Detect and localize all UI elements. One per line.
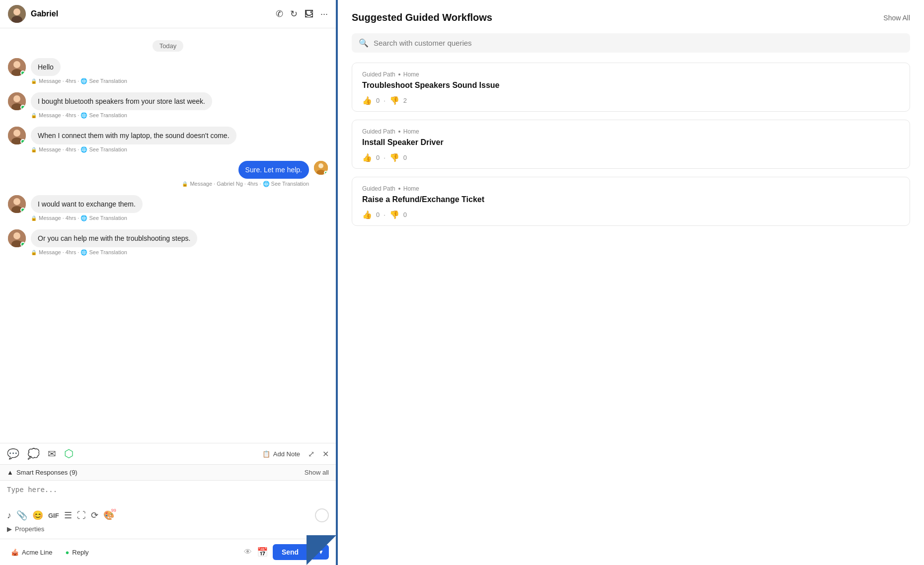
close-button[interactable]: ✕	[322, 449, 329, 459]
message-bubble: Sure. Let me help.	[238, 161, 309, 179]
add-note-button[interactable]: 📋 Add Note	[262, 450, 300, 458]
message-content: I would want to exchange them. 🔒 Message…	[31, 195, 143, 221]
svg-point-7	[13, 95, 20, 102]
message-bubble: I would want to exchange them.	[31, 195, 143, 213]
message-bubble: Or you can help me with the troublshooti…	[31, 229, 197, 247]
line-icon[interactable]: ⬡	[64, 447, 74, 460]
more-icon[interactable]: ···	[320, 9, 328, 19]
online-indicator	[20, 242, 25, 247]
workflow-footer: 👍 0 · 👎 2	[362, 96, 900, 105]
thumbs-down-button[interactable]: 👎	[389, 96, 399, 105]
online-indicator	[20, 208, 25, 212]
workflow-title: Install Speaker Driver	[362, 138, 900, 147]
refresh-icon[interactable]: ↻	[290, 8, 298, 19]
acme-line-button[interactable]: 🎪 Acme Line	[7, 547, 56, 558]
chat-header: Gabriel ✆ ↻ ⛾ ···	[0, 0, 336, 28]
svg-point-4	[13, 61, 20, 68]
header-avatar	[8, 5, 26, 23]
sticker-icon[interactable]: 🎨99	[103, 510, 114, 521]
visibility-button[interactable]: 👁	[244, 548, 252, 557]
avatar	[8, 58, 26, 76]
outgoing-group	[314, 161, 328, 175]
reply-button[interactable]: ● Reply	[61, 547, 92, 558]
show-all-link[interactable]: Show all	[305, 469, 329, 476]
workflow-path: Guided Path Home	[362, 71, 900, 78]
message-meta: 🔒 Message · Gabriel Ng · 4hrs · 🌐 See Tr…	[182, 181, 309, 187]
chat-icon[interactable]: 💭	[27, 448, 40, 460]
right-panel-title: Suggested Guided Workflows	[352, 12, 492, 23]
avatar	[314, 161, 328, 175]
expand-icon[interactable]: ⛶	[77, 510, 86, 521]
online-indicator	[20, 105, 25, 110]
message-content: Or you can help me with the troublshooti…	[31, 229, 197, 256]
send-button[interactable]: Send	[273, 544, 308, 560]
chevron-up-icon[interactable]: ▲	[7, 469, 13, 476]
thumbs-down-button[interactable]: 👎	[389, 153, 399, 162]
message-bubble: Hello	[31, 58, 61, 76]
workflow-card: Guided Path Home Troubleshoot Speakers S…	[352, 63, 910, 112]
message-meta: 🔒 Message · 4hrs · 🌐 See Translation	[31, 112, 212, 119]
header-name: Gabriel	[31, 9, 271, 18]
svg-point-16	[13, 198, 20, 205]
show-all-button[interactable]: Show All	[883, 14, 910, 22]
workflow-card: Guided Path Home Raise a Refund/Exchange…	[352, 177, 910, 226]
thumbs-down-button[interactable]: 👎	[389, 210, 399, 219]
note-icon: 📋	[262, 450, 270, 458]
whatsapp-icon[interactable]: 💬	[7, 448, 19, 460]
date-separator: Today	[8, 41, 328, 50]
search-bar: 🔍	[352, 33, 910, 53]
smart-responses-bar: ▲ Smart Responses (9) Show all	[0, 464, 336, 480]
svg-point-19	[13, 232, 20, 239]
workflow-footer: 👍 0 · 👎 0	[362, 210, 900, 219]
path-dot	[398, 131, 400, 133]
table-row: Hello 🔒 Message · 4hrs · 🌐 See Translati…	[8, 58, 328, 84]
thumbs-up-button[interactable]: 👍	[362, 96, 372, 105]
search-icon: 🔍	[359, 38, 369, 48]
table-row: I would want to exchange them. 🔒 Message…	[8, 195, 328, 221]
svg-point-1	[13, 8, 20, 15]
workflow-title: Raise a Refund/Exchange Ticket	[362, 195, 900, 204]
svg-point-10	[13, 130, 20, 137]
workflow-search-input[interactable]	[374, 39, 903, 47]
online-indicator	[20, 139, 25, 144]
loop-icon[interactable]: ⟳	[91, 510, 98, 521]
right-panel: Suggested Guided Workflows Show All 🔍 Gu…	[338, 0, 924, 565]
expand-button[interactable]: ⤢	[308, 449, 314, 459]
message-meta: 🔒 Message · 4hrs · 🌐 See Translation	[31, 215, 143, 221]
list-icon[interactable]: ☰	[64, 510, 72, 521]
table-row: Sure. Let me help. 🔒 Message · Gabriel N…	[8, 161, 328, 187]
calendar-button[interactable]: 📅	[257, 547, 268, 558]
reply-toolbar: 💬 💭 ✉ ⬡ 📋 Add Note ⤢ ✕	[0, 443, 336, 464]
svg-point-13	[318, 163, 323, 168]
avatar	[8, 229, 26, 247]
gif-icon[interactable]: GIF	[48, 512, 59, 519]
attachment-icon[interactable]: 📎	[16, 510, 27, 521]
messages-area: Today Hello 🔒 Message · 4hrs · 🌐 See Tra…	[0, 28, 336, 443]
right-panel-header: Suggested Guided Workflows Show All	[352, 12, 910, 23]
avatar	[8, 127, 26, 144]
smart-responses-title: ▲ Smart Responses (9)	[7, 469, 77, 476]
thumbs-up-button[interactable]: 👍	[362, 153, 372, 162]
send-circle-button[interactable]	[315, 508, 329, 522]
message-meta: 🔒 Message · 4hrs · 🌐 See Translation	[31, 78, 127, 84]
music-icon[interactable]: ♪	[7, 510, 11, 521]
workflow-path: Guided Path Home	[362, 128, 900, 135]
phone-icon[interactable]: ✆	[276, 8, 283, 19]
message-input[interactable]	[7, 486, 329, 503]
triangle-decoration	[307, 535, 336, 565]
avatar	[8, 92, 26, 110]
message-bubble: I bought bluetooth speakers from your st…	[31, 92, 212, 110]
table-row: When I connect them with my laptop, the …	[8, 127, 328, 153]
table-row: Or you can help me with the troublshooti…	[8, 229, 328, 256]
thumbs-down-count: 0	[403, 154, 407, 161]
workflow-title: Troubleshoot Speakers Sound Issue	[362, 81, 900, 90]
emoji-icon[interactable]: 😊	[32, 510, 43, 521]
email-icon[interactable]: ✉	[48, 448, 56, 460]
thumbs-up-count: 0	[376, 97, 380, 104]
thumbs-down-count: 0	[403, 211, 407, 218]
table-row: I bought bluetooth speakers from your st…	[8, 92, 328, 119]
properties-row[interactable]: ▶ Properties	[7, 522, 329, 536]
bottom-bar: 🎪 Acme Line ● Reply 👁 📅 Send ▼	[0, 539, 336, 565]
filter-icon[interactable]: ⛾	[305, 9, 313, 19]
thumbs-up-button[interactable]: 👍	[362, 210, 372, 219]
